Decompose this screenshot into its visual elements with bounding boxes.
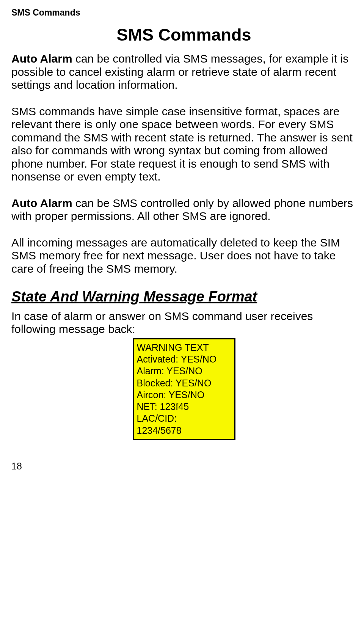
msg-line-7: LAC/CID: bbox=[137, 413, 230, 424]
msg-line-5: Aircon: YES/NO bbox=[137, 389, 230, 401]
msg-line-3: Alarm: YES/NO bbox=[137, 365, 230, 377]
msg-line-2: Activated: YES/NO bbox=[137, 353, 230, 365]
page-header: SMS Commands bbox=[11, 8, 356, 17]
paragraph-1: Auto Alarm can be controlled via SMS mes… bbox=[11, 52, 356, 92]
paragraph-3: Auto Alarm can be SMS controlled only by… bbox=[11, 197, 356, 223]
para1-bold: Auto Alarm bbox=[11, 52, 72, 65]
para3-bold: Auto Alarm bbox=[11, 197, 72, 209]
msg-line-1: WARNING TEXT bbox=[137, 342, 230, 353]
msg-line-8: 1234/5678 bbox=[137, 425, 230, 436]
paragraph-5: In case of alarm or answer on SMS comman… bbox=[11, 310, 356, 336]
paragraph-4: All incoming messages are automatically … bbox=[11, 236, 356, 276]
paragraph-2: SMS commands have simple case insensitiv… bbox=[11, 105, 356, 184]
msg-line-4: Blocked: YES/NO bbox=[137, 377, 230, 389]
page-number: 18 bbox=[11, 461, 356, 472]
message-box: WARNING TEXT Activated: YES/NO Alarm: YE… bbox=[133, 338, 235, 440]
subheading: State And Warning Message Format bbox=[11, 289, 356, 305]
msg-line-6: NET: 123f45 bbox=[137, 401, 230, 413]
message-box-wrap: WARNING TEXT Activated: YES/NO Alarm: YE… bbox=[11, 338, 356, 440]
page-title: SMS Commands bbox=[11, 25, 356, 45]
